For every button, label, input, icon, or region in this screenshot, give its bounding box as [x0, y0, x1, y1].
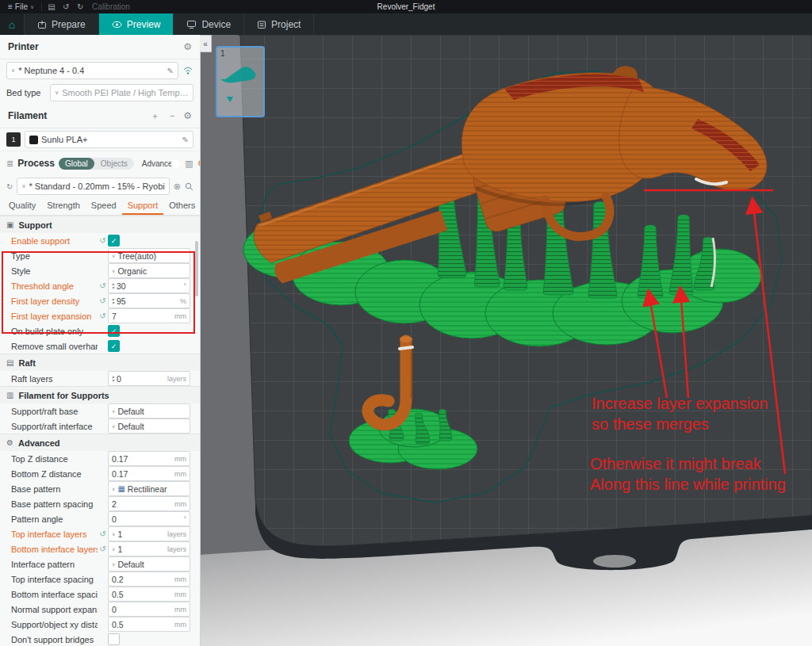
- clear-preset-icon[interactable]: ⊗: [174, 182, 181, 192]
- section-header-support[interactable]: ▣Support: [0, 216, 200, 233]
- spinner-arrows[interactable]: ▴▾: [112, 375, 114, 383]
- sidebar-scrollbar[interactable]: [195, 241, 198, 296]
- tab-others[interactable]: Others: [163, 197, 201, 215]
- support-raft-base-select[interactable]: ∨Default: [108, 403, 190, 419]
- process-preset-select[interactable]: ∨ * Standard - 0.20mm - 15% - Ryobi: [17, 178, 169, 195]
- edit-filament-icon[interactable]: ✎: [182, 136, 189, 144]
- hamburger-icon: ≡: [8, 2, 13, 11]
- tab-project[interactable]: Project: [244, 13, 314, 35]
- top-z-distance-input[interactable]: 0.17mm: [108, 451, 190, 466]
- setting-row-threshold-angle: Threshold angle↺▴▾30°: [0, 278, 200, 293]
- setting-label: Bottom interface layers: [11, 545, 98, 554]
- chevron-down-icon: ∨: [55, 90, 59, 96]
- edit-printer-icon[interactable]: ✎: [167, 67, 174, 75]
- setting-row-pattern-angle: Pattern angle0°: [0, 511, 200, 526]
- compare-presets-icon[interactable]: ▥: [185, 159, 193, 169]
- remove-small-overhangs-checkbox[interactable]: ✓: [108, 340, 120, 352]
- file-menu-label: File: [15, 2, 28, 11]
- filament-settings-gear-icon[interactable]: ⚙: [183, 110, 192, 121]
- section-header-raft[interactable]: ▤Raft: [0, 354, 200, 371]
- setting-label: Raft layers: [11, 374, 98, 384]
- setting-value: 30: [117, 281, 126, 291]
- enable-support-checkbox[interactable]: ✓: [108, 235, 120, 247]
- chevron-down-icon: ∨: [112, 408, 115, 414]
- plate-thumbnail[interactable]: 1: [216, 46, 265, 117]
- reset-to-default-icon[interactable]: ↺: [98, 312, 108, 320]
- reset-to-default-icon[interactable]: ↺: [98, 236, 108, 245]
- annotation-text: Otherwise it might break: [590, 455, 762, 472]
- raft-layers-input[interactable]: ▴▾0layers: [108, 371, 190, 386]
- process-preset-value: * Standard - 0.20mm - 15% - Ryobi: [29, 182, 165, 191]
- tune-icon[interactable]: ⚙: [197, 159, 201, 169]
- calibration-menu[interactable]: Calibration: [87, 0, 135, 13]
- printer-settings-gear-icon[interactable]: ⚙: [183, 41, 192, 52]
- collapse-sidebar-button[interactable]: «: [200, 35, 212, 52]
- interface-pattern-select[interactable]: ∨Default: [108, 556, 190, 571]
- pattern-angle-input[interactable]: 0°: [108, 511, 190, 526]
- section-header-filament-for-supports[interactable]: ▥Filament for Supports: [0, 386, 200, 403]
- tab-label: Prepare: [52, 19, 86, 30]
- chevron-down-icon: ∨: [112, 561, 115, 567]
- setting-row-style: Style∨Organic: [0, 263, 200, 278]
- setting-label: Remove small overhangs: [11, 342, 98, 351]
- process-scope-toggle[interactable]: Global Objects: [59, 158, 134, 170]
- bottom-interface-spacing-input[interactable]: 0.5mm: [108, 587, 190, 602]
- remove-filament-icon[interactable]: −: [166, 111, 178, 120]
- reset-to-default-icon[interactable]: ↺: [98, 545, 108, 553]
- top-interface-spacing-input[interactable]: 0.2mm: [108, 571, 190, 587]
- on-build-plate-only-checkbox[interactable]: ✓: [108, 325, 120, 337]
- tab-quality[interactable]: Quality: [3, 197, 41, 215]
- base-pattern-spacing-input[interactable]: 2mm: [108, 496, 190, 511]
- spinner-arrows[interactable]: ▴▾: [112, 297, 114, 305]
- setting-tabs: Quality Strength Speed Support Others No…: [0, 197, 200, 216]
- pattern-icon: ▦: [117, 484, 124, 493]
- bottom-interface-layers-select[interactable]: ∨1layers: [108, 541, 190, 556]
- tab-support[interactable]: Support: [122, 197, 164, 215]
- first-layer-expansion-input[interactable]: 7mm: [108, 308, 190, 323]
- tab-prepare[interactable]: Prepare: [25, 13, 99, 35]
- file-menu[interactable]: ≡ File ∨: [3, 0, 39, 13]
- section-header-advanced[interactable]: ⚙Advanced: [0, 434, 200, 451]
- reset-to-default-icon[interactable]: ↺: [98, 529, 108, 538]
- preset-sync-icon[interactable]: ↻: [6, 182, 13, 191]
- tab-device[interactable]: Device: [174, 13, 244, 35]
- base-pattern-select[interactable]: ∨▦Rectilinear: [108, 481, 190, 496]
- reset-to-default-icon[interactable]: ↺: [98, 281, 108, 290]
- don-t-support-bridges-checkbox[interactable]: [108, 633, 120, 645]
- plate-icon[interactable]: ▤: [44, 2, 59, 11]
- top-interface-layers-select[interactable]: ∨1layers: [108, 526, 190, 541]
- support-raft-interface-select[interactable]: ∨Default: [108, 419, 190, 434]
- plate-handle-slot: [593, 555, 636, 568]
- scope-global[interactable]: Global: [59, 158, 94, 170]
- tab-speed[interactable]: Speed: [86, 197, 122, 215]
- normal-support-expansion-input[interactable]: 0mm: [108, 602, 190, 617]
- setting-row-bottom-interface-layers: Bottom interface layers↺∨1layers: [0, 541, 200, 556]
- first-layer-density-input[interactable]: ▴▾95%: [108, 293, 190, 308]
- bed-type-select[interactable]: ∨ Smooth PEI Plate / High Temp Plate: [50, 84, 193, 101]
- tab-preview[interactable]: Preview: [99, 13, 174, 35]
- type-select[interactable]: ∨Tree(auto): [108, 248, 190, 263]
- home-button[interactable]: ⌂: [0, 13, 25, 35]
- threshold-angle-input[interactable]: ▴▾30°: [108, 278, 190, 293]
- support-object-xy-distance-input[interactable]: 0.5mm: [108, 617, 190, 632]
- style-select[interactable]: ∨Organic: [108, 263, 190, 278]
- setting-label: Support/raft base: [11, 407, 98, 416]
- redo-icon[interactable]: ↻: [73, 2, 87, 11]
- tab-strength[interactable]: Strength: [41, 197, 86, 215]
- reset-to-default-icon[interactable]: ↺: [98, 296, 108, 305]
- unit-label: mm: [174, 455, 186, 463]
- unit-label: °: [183, 515, 186, 523]
- search-icon[interactable]: [185, 182, 193, 191]
- add-filament-icon[interactable]: ＋: [148, 110, 161, 122]
- setting-label: Enable support: [11, 236, 98, 246]
- scope-objects[interactable]: Objects: [94, 158, 134, 170]
- unit-label: mm: [174, 606, 186, 614]
- viewport-3d[interactable]: Increase layer expansion so these merges…: [200, 35, 812, 646]
- filament-slot-badge[interactable]: 1: [6, 132, 21, 147]
- wifi-icon[interactable]: [182, 66, 193, 75]
- bottom-z-distance-input[interactable]: 0.17mm: [108, 466, 190, 481]
- filament-preset-select[interactable]: Sunlu PLA+ ✎: [25, 131, 193, 148]
- spinner-arrows[interactable]: ▴▾: [112, 282, 114, 290]
- undo-icon[interactable]: ↺: [59, 2, 73, 11]
- printer-preset-select[interactable]: ∨ * Neptune 4 - 0.4 ✎: [6, 62, 178, 79]
